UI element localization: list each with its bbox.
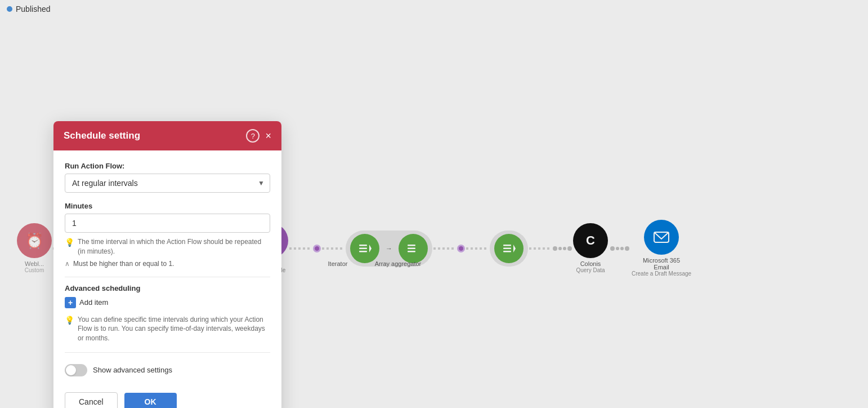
show-advanced-toggle[interactable] bbox=[65, 364, 87, 376]
advanced-hint-text: You can define specific time intervals d… bbox=[78, 315, 270, 343]
modal-footer: Cancel OK bbox=[53, 385, 281, 408]
show-advanced-row: Show advanced settings bbox=[65, 360, 270, 376]
modal-header: Schedule setting ? × bbox=[53, 121, 281, 150]
toggle-knob bbox=[66, 365, 76, 375]
modal-help-button[interactable]: ? bbox=[246, 129, 259, 143]
run-action-flow-select-wrapper: At regular intervals Once On a schedule … bbox=[65, 174, 270, 193]
add-item-icon: + bbox=[65, 297, 76, 308]
divider-2 bbox=[65, 352, 270, 353]
run-action-flow-label: Run Action Flow: bbox=[65, 162, 270, 170]
modal-title: Schedule setting bbox=[64, 130, 140, 141]
cancel-button[interactable]: Cancel bbox=[65, 392, 118, 408]
advanced-section-title: Advanced scheduling bbox=[65, 284, 270, 292]
advanced-hint-icon: 💡 bbox=[65, 316, 74, 325]
modal-header-actions: ? × bbox=[246, 129, 271, 143]
advanced-hint-row: 💡 You can define specific time intervals… bbox=[65, 315, 270, 343]
validation-text: Must be higher than or equal to 1. bbox=[73, 260, 174, 268]
minutes-label: Minutes bbox=[65, 202, 270, 210]
hint1-row: 💡 The time interval in which the Action … bbox=[65, 237, 270, 256]
add-item-text: Add item bbox=[79, 298, 108, 307]
chevron-up-icon: ∧ bbox=[65, 260, 70, 268]
ok-button[interactable]: OK bbox=[124, 393, 177, 408]
hint1-icon: 💡 bbox=[65, 238, 74, 247]
add-item-row[interactable]: + Add item bbox=[65, 297, 270, 308]
modal-body: Run Action Flow: At regular intervals On… bbox=[53, 150, 281, 385]
validation-row: ∧ Must be higher than or equal to 1. bbox=[65, 260, 270, 268]
modal-close-button[interactable]: × bbox=[265, 131, 271, 141]
divider-1 bbox=[65, 277, 270, 277]
schedule-modal: Schedule setting ? × Run Action Flow: At… bbox=[53, 121, 281, 408]
show-advanced-label: Show advanced settings bbox=[93, 366, 172, 374]
minutes-input[interactable] bbox=[65, 214, 270, 233]
hint1-text: The time interval in which the Action Fl… bbox=[78, 237, 270, 256]
run-action-flow-select[interactable]: At regular intervals Once On a schedule bbox=[65, 174, 270, 193]
